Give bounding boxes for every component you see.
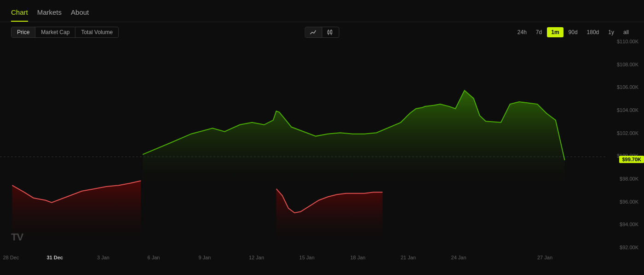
y-label: $96.00K xyxy=(620,199,642,205)
x-label: 27 Jan xyxy=(537,255,552,260)
x-label: 3 Jan xyxy=(97,255,109,260)
tradingview-logo: TV xyxy=(11,230,31,246)
y-label: $108.00K xyxy=(617,62,642,67)
nav-markets[interactable]: Markets xyxy=(37,8,62,22)
time-180d[interactable]: 180d xyxy=(583,27,604,37)
y-label: $92.00K xyxy=(620,245,642,250)
toolbar: Price Market Cap Total Volume 24h 7d 1m … xyxy=(0,22,644,42)
x-label: 21 Jan xyxy=(401,255,416,260)
time-1m[interactable]: 1m xyxy=(547,27,563,37)
x-label: 12 Jan xyxy=(249,255,264,260)
time-1y[interactable]: 1y xyxy=(604,27,618,37)
market-cap-btn[interactable]: Market Cap xyxy=(35,27,75,37)
time-all[interactable]: all xyxy=(619,27,633,37)
data-type-group: Price Market Cap Total Volume xyxy=(11,27,119,38)
price-btn[interactable]: Price xyxy=(12,27,35,37)
line-chart-btn[interactable] xyxy=(305,27,322,37)
nav-chart[interactable]: Chart xyxy=(11,8,28,22)
y-label: $98.00K xyxy=(620,176,642,181)
chart-area: $110.00K$108.00K$106.00K$104.00K$102.00K… xyxy=(0,42,644,262)
x-label: 24 Jan xyxy=(451,255,466,260)
svg-text:TV: TV xyxy=(11,231,23,243)
x-label: 28 Dec xyxy=(3,255,19,260)
time-7d[interactable]: 7d xyxy=(532,27,546,37)
x-label: 9 Jan xyxy=(198,255,211,260)
total-volume-btn[interactable]: Total Volume xyxy=(75,27,118,37)
x-label: 18 Jan xyxy=(350,255,365,260)
nav-bar: Chart Markets About xyxy=(0,0,644,22)
y-label: $104.00K xyxy=(617,107,642,113)
time-range-group: 24h 7d 1m 90d 180d 1y all xyxy=(513,27,633,37)
svg-rect-0 xyxy=(328,31,329,34)
y-label: $106.00K xyxy=(617,84,642,90)
y-label: $94.00K xyxy=(620,222,642,227)
x-axis-labels: 28 Dec31 Dec3 Jan6 Jan9 Jan12 Jan15 Jan1… xyxy=(0,248,607,262)
x-label: 15 Jan xyxy=(299,255,315,260)
nav-about[interactable]: About xyxy=(71,8,89,22)
svg-rect-3 xyxy=(331,30,332,34)
y-label: $110.00K xyxy=(617,39,642,44)
time-90d[interactable]: 90d xyxy=(564,27,582,37)
chart-type-group xyxy=(305,27,339,38)
candle-chart-btn[interactable] xyxy=(322,27,339,37)
time-24h[interactable]: 24h xyxy=(513,27,531,37)
x-label: 31 Dec xyxy=(46,255,63,260)
y-axis-labels: $110.00K$108.00K$106.00K$104.00K$102.00K… xyxy=(607,42,644,248)
x-label: 6 Jan xyxy=(148,255,160,260)
current-price-badge: $99.70K xyxy=(619,156,644,163)
y-label: $102.00K xyxy=(617,130,642,136)
price-chart xyxy=(0,42,644,262)
